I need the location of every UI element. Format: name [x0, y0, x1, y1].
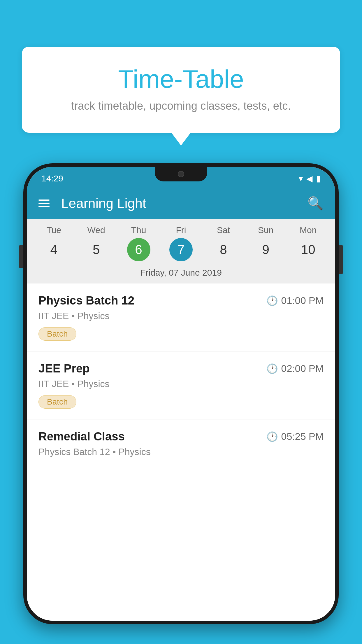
schedule-item-1[interactable]: JEE Prep🕐 02:00 PMIIT JEE • PhysicsBatch: [27, 351, 335, 419]
day-number: 5: [85, 238, 108, 261]
side-button-left: [19, 245, 23, 268]
calendar-day-wed[interactable]: Wed5: [79, 225, 114, 261]
schedule-item-2[interactable]: Remedial Class🕐 05:25 PMPhysics Batch 12…: [27, 419, 335, 474]
day-name-label: Sat: [217, 225, 230, 235]
day-name-label: Thu: [131, 225, 146, 235]
signal-icon: ◀: [306, 174, 313, 183]
days-row: Tue4Wed5Thu6Fri7Sat8Sun9Mon10: [27, 225, 335, 261]
schedule-item-subtitle: IIT JEE • Physics: [38, 311, 324, 321]
schedule-item-subtitle: IIT JEE • Physics: [38, 379, 324, 389]
phone-container: 14:29 ▾ ◀ ▮ Learning Light 🔍 Tue: [23, 163, 339, 644]
day-number: 4: [42, 238, 66, 261]
calendar-day-sun[interactable]: Sun9: [248, 225, 283, 261]
calendar-strip: Tue4Wed5Thu6Fri7Sat8Sun9Mon10 Friday, 07…: [27, 219, 335, 284]
side-button-right: [339, 245, 343, 274]
app-bar: Learning Light 🔍: [27, 187, 335, 219]
speech-bubble: Time-Table track timetable, upcoming cla…: [22, 47, 340, 133]
day-name-label: Sun: [258, 225, 273, 235]
schedule-item-header: Remedial Class🕐 05:25 PM: [38, 430, 324, 443]
app-title: Learning Light: [61, 195, 296, 211]
day-number: 6: [127, 238, 150, 261]
schedule-item-header: JEE Prep🕐 02:00 PM: [38, 362, 324, 375]
clock-icon: 🕐: [266, 363, 278, 374]
bubble-title: Time-Table: [45, 64, 317, 94]
selected-date-label: Friday, 07 June 2019: [27, 264, 335, 284]
day-name-label: Mon: [300, 225, 317, 235]
batch-badge: Batch: [38, 395, 76, 409]
status-time: 14:29: [41, 174, 63, 183]
status-icons: ▾ ◀ ▮: [299, 174, 321, 183]
bubble-subtitle: track timetable, upcoming classes, tests…: [45, 100, 317, 112]
day-number: 7: [169, 238, 193, 261]
schedule-item-time: 🕐 02:00 PM: [266, 363, 324, 374]
schedule-item-time: 🕐 05:25 PM: [266, 431, 324, 442]
search-icon[interactable]: 🔍: [307, 196, 324, 211]
day-name-label: Tue: [46, 225, 61, 235]
calendar-day-sat[interactable]: Sat8: [206, 225, 241, 261]
phone-notch: [155, 167, 207, 181]
camera: [178, 171, 184, 177]
clock-icon: 🕐: [266, 295, 278, 306]
schedule-item-time: 🕐 01:00 PM: [266, 295, 324, 306]
day-number: 8: [212, 238, 235, 261]
battery-icon: ▮: [316, 174, 321, 183]
clock-icon: 🕐: [266, 431, 278, 442]
batch-badge: Batch: [38, 327, 76, 341]
wifi-icon: ▾: [299, 174, 303, 183]
schedule-item-name: Physics Batch 12: [38, 294, 134, 307]
schedule-list: Physics Batch 12🕐 01:00 PMIIT JEE • Phys…: [27, 284, 335, 621]
hamburger-menu-icon[interactable]: [38, 200, 50, 207]
calendar-day-mon[interactable]: Mon10: [291, 225, 326, 261]
schedule-item-subtitle: Physics Batch 12 • Physics: [38, 447, 324, 457]
calendar-day-tue[interactable]: Tue4: [36, 225, 71, 261]
schedule-item-0[interactable]: Physics Batch 12🕐 01:00 PMIIT JEE • Phys…: [27, 284, 335, 351]
calendar-day-thu[interactable]: Thu6: [121, 225, 156, 261]
phone-body: 14:29 ▾ ◀ ▮ Learning Light 🔍 Tue: [23, 163, 339, 624]
calendar-day-fri[interactable]: Fri7: [164, 225, 198, 261]
day-number: 9: [254, 238, 277, 261]
schedule-item-name: JEE Prep: [38, 362, 90, 375]
day-name-label: Wed: [87, 225, 105, 235]
day-number: 10: [296, 238, 320, 261]
schedule-item-header: Physics Batch 12🕐 01:00 PM: [38, 294, 324, 307]
day-name-label: Fri: [176, 225, 186, 235]
schedule-item-name: Remedial Class: [38, 430, 125, 443]
phone-screen: 14:29 ▾ ◀ ▮ Learning Light 🔍 Tue: [27, 167, 335, 621]
